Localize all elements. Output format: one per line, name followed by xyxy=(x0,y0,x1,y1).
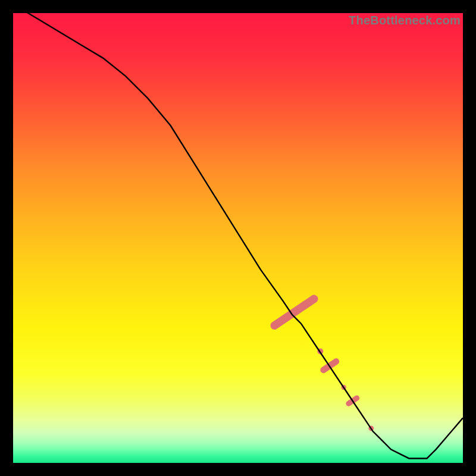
watermark-text: TheBottleneck.com xyxy=(349,14,461,27)
plot-area: TheBottleneck.com xyxy=(13,13,463,463)
data-cluster xyxy=(269,293,320,331)
chart-frame: TheBottleneck.com xyxy=(0,0,476,476)
chart-overlay xyxy=(13,13,463,463)
bottleneck-curve xyxy=(13,13,463,458)
